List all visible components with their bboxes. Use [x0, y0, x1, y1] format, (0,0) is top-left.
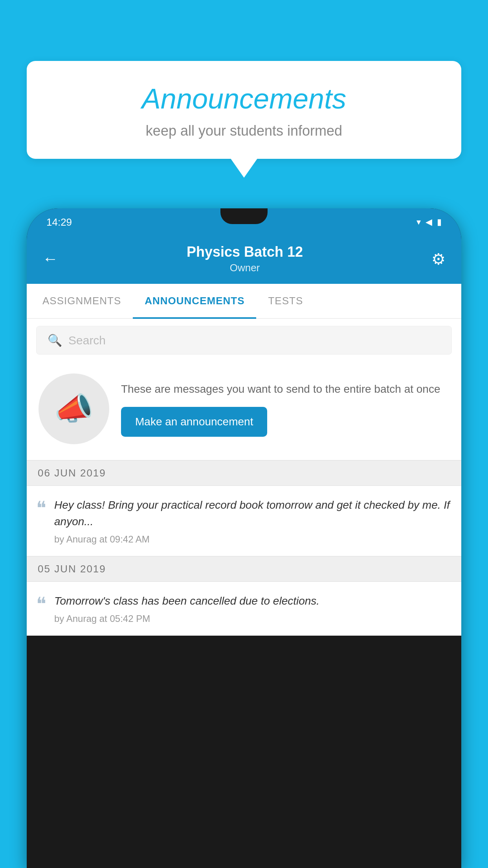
- phone-mockup: 14:29 ▾ ◀ ▮ ← Physics Batch 12 Owner ⚙ A…: [27, 208, 461, 868]
- speech-bubble-tail: [230, 158, 258, 178]
- battery-icon: ▮: [437, 217, 442, 227]
- search-placeholder-text: Search: [68, 334, 106, 347]
- phone-frame: 14:29 ▾ ◀ ▮ ← Physics Batch 12 Owner ⚙ A…: [27, 208, 461, 868]
- status-time: 14:29: [46, 216, 72, 228]
- date-separator-1: 06 JUN 2019: [27, 460, 461, 486]
- batch-title: Physics Batch 12: [187, 244, 303, 260]
- announcement-body-1: Hey class! Bring your practical record b…: [54, 497, 450, 545]
- header-title-section: Physics Batch 12 Owner: [187, 244, 303, 274]
- make-announcement-button[interactable]: Make an announcement: [121, 407, 267, 437]
- announcement-text-1: Hey class! Bring your practical record b…: [54, 497, 450, 530]
- promo-section: 📣 These are messages you want to send to…: [27, 362, 461, 460]
- app-header: ← Physics Batch 12 Owner ⚙: [27, 236, 461, 284]
- search-bar-container: 🔍 Search: [27, 319, 461, 362]
- speech-bubble-section: Announcements keep all your students inf…: [27, 61, 461, 178]
- announcement-body-2: Tomorrow's class has been cancelled due …: [54, 593, 450, 624]
- settings-icon[interactable]: ⚙: [431, 250, 446, 268]
- owner-label: Owner: [187, 262, 303, 274]
- notch: [220, 208, 268, 224]
- announcement-meta-2: by Anurag at 05:42 PM: [54, 613, 450, 624]
- tab-announcements[interactable]: ANNOUNCEMENTS: [133, 284, 256, 318]
- speech-bubble-card: Announcements keep all your students inf…: [27, 61, 461, 159]
- quote-icon-2: ❝: [36, 595, 46, 614]
- tab-bar: ASSIGNMENTS ANNOUNCEMENTS TESTS: [27, 284, 461, 319]
- status-icons: ▾ ◀ ▮: [416, 217, 442, 227]
- tab-tests[interactable]: TESTS: [256, 284, 315, 318]
- megaphone-icon: 📣: [54, 390, 94, 427]
- search-bar[interactable]: 🔍 Search: [36, 326, 452, 355]
- announcement-item-1[interactable]: ❝ Hey class! Bring your practical record…: [27, 486, 461, 556]
- tab-assignments[interactable]: ASSIGNMENTS: [31, 284, 133, 318]
- quote-icon-1: ❝: [36, 499, 46, 518]
- announcement-text-2: Tomorrow's class has been cancelled due …: [54, 593, 450, 609]
- promo-right: These are messages you want to send to t…: [121, 381, 449, 437]
- announcement-item-2[interactable]: ❝ Tomorrow's class has been cancelled du…: [27, 582, 461, 636]
- megaphone-circle: 📣: [39, 373, 109, 444]
- status-bar: 14:29 ▾ ◀ ▮: [27, 208, 461, 236]
- bubble-title: Announcements: [50, 83, 438, 115]
- bubble-subtitle: keep all your students informed: [50, 123, 438, 139]
- search-icon: 🔍: [48, 333, 62, 347]
- signal-icon: ◀: [426, 217, 432, 227]
- wifi-icon: ▾: [416, 217, 421, 227]
- promo-description: These are messages you want to send to t…: [121, 381, 449, 397]
- date-separator-2: 05 JUN 2019: [27, 556, 461, 582]
- announcement-meta-1: by Anurag at 09:42 AM: [54, 534, 450, 545]
- back-button[interactable]: ←: [42, 250, 58, 268]
